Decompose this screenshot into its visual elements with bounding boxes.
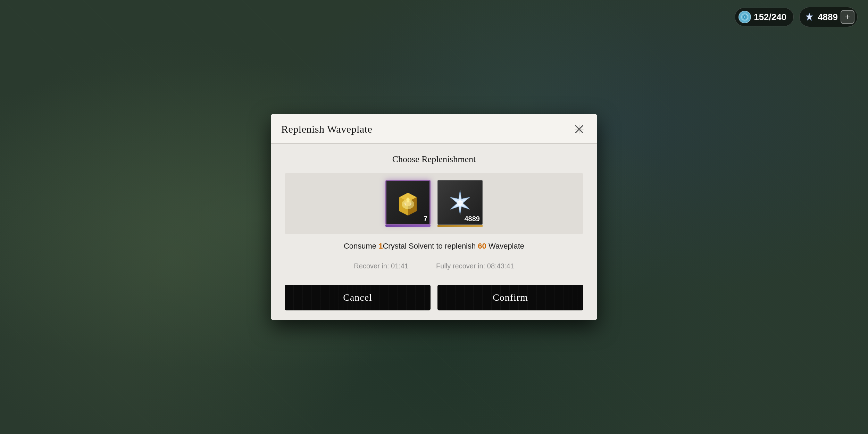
crystal-solvent-box: 7 xyxy=(385,180,431,225)
crystal-solvent-icon xyxy=(394,189,422,216)
close-button[interactable] xyxy=(571,122,587,137)
replenish-dialog: Replenish Waveplate Choose Replenishment xyxy=(271,114,597,320)
astrite-count: 4889 xyxy=(465,215,480,223)
dialog-body: Choose Replenishment xyxy=(271,144,597,278)
dialog-header: Replenish Waveplate xyxy=(271,114,597,144)
consume-amount: 60 xyxy=(478,242,486,250)
crystal-solvent-item[interactable]: 7 xyxy=(385,180,431,227)
consume-num: 1 xyxy=(378,242,383,250)
astrite-box: 4889 xyxy=(437,180,483,225)
astrite-rarity-bar xyxy=(437,225,483,227)
crystal-solvent-count: 7 xyxy=(424,215,427,223)
consume-suffix: Waveplate xyxy=(486,242,524,250)
recovery-info: Recover in: 01:41 Fully recover in: 08:4… xyxy=(285,257,583,278)
close-icon xyxy=(574,124,585,135)
cancel-button[interactable]: Cancel xyxy=(285,285,431,310)
astrite-item[interactable]: 4889 xyxy=(437,180,483,227)
fully-recover-time: Fully recover in: 08:43:41 xyxy=(436,262,514,270)
choose-replenishment-title: Choose Replenishment xyxy=(285,154,583,165)
astrite-icon xyxy=(446,189,474,216)
dialog-footer: Cancel Confirm xyxy=(271,278,597,320)
dialog-overlay: Replenish Waveplate Choose Replenishment xyxy=(0,0,868,434)
consume-description: Consume 1Crystal Solvent to replenish 60… xyxy=(285,242,583,251)
consume-prefix: Consume xyxy=(344,242,378,250)
items-selection-area: 7 xyxy=(285,173,583,234)
dialog-title: Replenish Waveplate xyxy=(281,123,372,135)
consume-mid: to replenish xyxy=(434,242,478,250)
confirm-button[interactable]: Confirm xyxy=(437,285,583,310)
consume-item: Crystal Solvent xyxy=(383,242,434,250)
recover-time: Recover in: 01:41 xyxy=(354,262,408,270)
